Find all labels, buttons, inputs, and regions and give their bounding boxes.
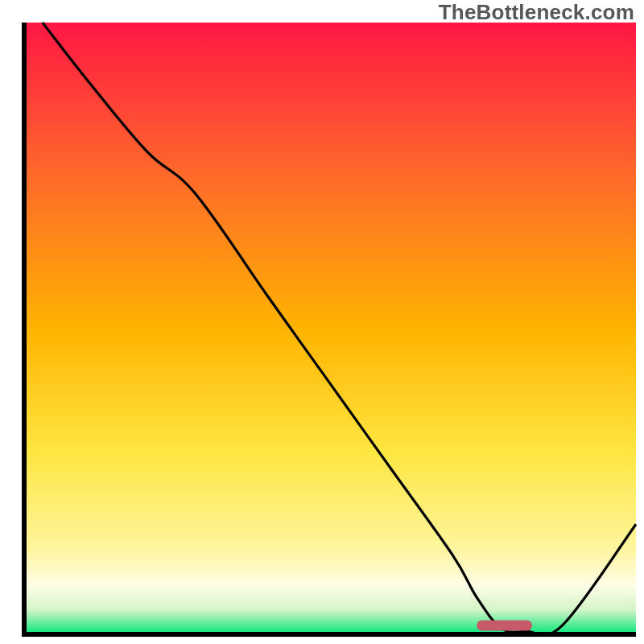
bottleneck-chart	[0, 0, 644, 644]
optimal-range-marker	[477, 621, 531, 631]
watermark-text: TheBottleneck.com	[439, 0, 634, 25]
chart-container: TheBottleneck.com	[0, 0, 644, 644]
